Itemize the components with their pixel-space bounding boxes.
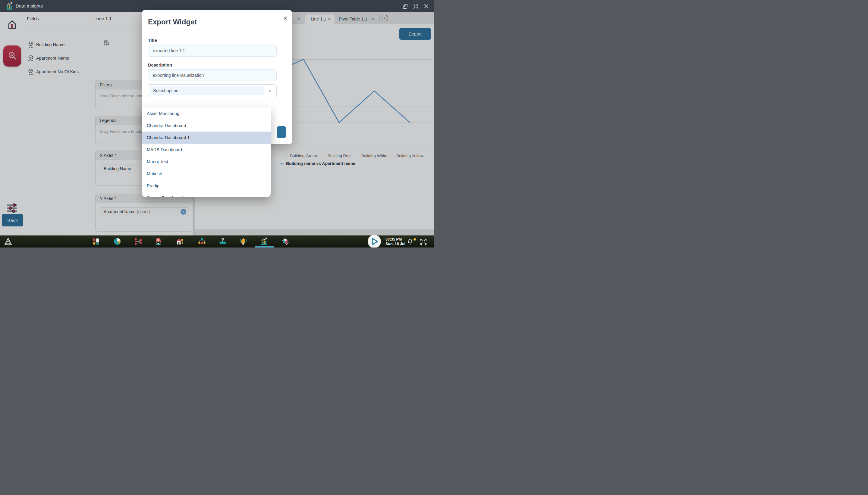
- dialog-title: Export Widget: [148, 18, 197, 26]
- dropdown-option[interactable]: Mukesh: [142, 168, 271, 180]
- caret-up-icon[interactable]: ▲: [268, 88, 272, 92]
- description-input[interactable]: [148, 69, 277, 81]
- taskbar-clock[interactable]: 03:35 PM Sun, 18 Jul: [386, 237, 405, 246]
- notifications-app-icon[interactable]: [239, 238, 247, 245]
- compress-icon[interactable]: [413, 3, 419, 10]
- dropdown-option[interactable]: Chandra Dashboard: [142, 120, 271, 132]
- os-menu-triangle-icon[interactable]: [4, 237, 12, 246]
- home-security-app-icon[interactable]: [176, 238, 184, 245]
- dashboard-select[interactable]: Select option ▲: [148, 84, 277, 97]
- system-taskbar: 03:35 PM Sun, 18 Jul: [0, 236, 434, 248]
- user-app-icon[interactable]: [154, 238, 162, 245]
- data-insights-app-icon[interactable]: [260, 238, 268, 245]
- clock-time: 03:35 PM: [386, 237, 405, 242]
- tray-bell-icon[interactable]: [406, 238, 414, 246]
- title-field-label: Title: [148, 38, 157, 43]
- dialog-export-button-partially-hidden[interactable]: [277, 126, 286, 138]
- dropdown-option[interactable]: Pradip: [142, 180, 271, 192]
- title-input[interactable]: [148, 45, 277, 57]
- dropdown-option[interactable]: Asset Monitoring: [142, 107, 271, 120]
- assistant-logo-icon: [370, 237, 379, 246]
- dropdown-option[interactable]: Manoj_test: [142, 156, 271, 168]
- clock-date: Sun, 18 Jul: [386, 242, 405, 246]
- assistant-logo[interactable]: [368, 235, 381, 248]
- dashboard-app-icon[interactable]: [92, 238, 100, 245]
- dropdown-option[interactable]: Sensor Dashboard: [142, 192, 271, 197]
- pop-in-icon[interactable]: [402, 3, 408, 10]
- app-logo-icon: [6, 2, 14, 10]
- active-app-indicator: [255, 246, 274, 248]
- app-screen: Data Insights: [0, 0, 434, 248]
- dashboard-dropdown-list: Asset Monitoring Chandra Dashboard Chand…: [142, 107, 271, 197]
- dropdown-option-highlighted[interactable]: Chandra Dashboard 1: [142, 132, 271, 143]
- dropdown-option[interactable]: MADS Dashboard: [142, 143, 271, 156]
- digital-twin-app-icon[interactable]: [281, 238, 289, 245]
- workflow-app-icon[interactable]: [134, 238, 142, 245]
- fullscreen-icon[interactable]: [420, 238, 427, 246]
- app-title: Data Insights: [16, 3, 43, 8]
- dashboard-select-value[interactable]: Select option: [150, 86, 264, 95]
- window-close-icon[interactable]: [423, 3, 429, 10]
- pie-chart-app-icon[interactable]: [113, 238, 121, 245]
- notification-dot: [413, 238, 416, 241]
- description-field-label: Description: [148, 63, 172, 67]
- network-app-icon[interactable]: [198, 238, 206, 245]
- dialog-close-icon[interactable]: ✕: [282, 15, 289, 22]
- router-app-icon[interactable]: [219, 238, 227, 245]
